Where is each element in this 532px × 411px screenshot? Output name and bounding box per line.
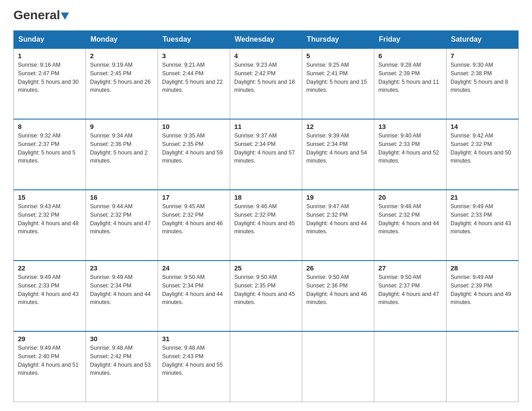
- calendar-cell: 5 Sunrise: 9:25 AM Sunset: 2:41 PM Dayli…: [302, 48, 374, 119]
- logo-triangle-icon: [61, 13, 69, 20]
- sunrise: Sunrise: 9:49 AM: [18, 345, 60, 351]
- week-row-3: 15 Sunrise: 9:43 AM Sunset: 2:32 PM Dayl…: [14, 190, 519, 261]
- calendar-cell: 15 Sunrise: 9:43 AM Sunset: 2:32 PM Dayl…: [14, 190, 86, 261]
- day-number: 12: [306, 123, 370, 130]
- sunset: Sunset: 2:34 PM: [162, 283, 203, 289]
- day-info: Sunrise: 9:45 AM Sunset: 2:32 PM Dayligh…: [162, 202, 226, 236]
- col-header-tuesday: Tuesday: [158, 31, 230, 49]
- sunrise: Sunrise: 9:30 AM: [450, 62, 493, 68]
- daylight: Daylight: 4 hours and 54 minutes.: [306, 150, 367, 164]
- calendar-cell: 3 Sunrise: 9:21 AM Sunset: 2:44 PM Dayli…: [158, 48, 230, 119]
- daylight: Daylight: 4 hours and 47 minutes.: [378, 291, 439, 306]
- day-number: 2: [90, 52, 154, 60]
- daylight: Daylight: 4 hours and 52 minutes.: [378, 150, 439, 164]
- calendar-cell: 8 Sunrise: 9:32 AM Sunset: 2:37 PM Dayli…: [14, 119, 86, 190]
- sunset: Sunset: 2:32 PM: [378, 212, 420, 218]
- day-number: 10: [162, 123, 226, 130]
- sunrise: Sunrise: 9:37 AM: [234, 133, 277, 139]
- calendar-cell: [446, 331, 519, 402]
- daylight: Daylight: 4 hours and 57 minutes.: [234, 150, 295, 164]
- day-info: Sunrise: 9:50 AM Sunset: 2:36 PM Dayligh…: [306, 273, 370, 307]
- calendar-cell: 1 Sunrise: 9:16 AM Sunset: 2:47 PM Dayli…: [14, 48, 86, 119]
- daylight: Daylight: 5 hours and 22 minutes.: [162, 79, 223, 94]
- sunset: Sunset: 2:47 PM: [18, 70, 59, 77]
- calendar-cell: 31 Sunrise: 9:48 AM Sunset: 2:43 PM Dayl…: [158, 331, 230, 402]
- sunrise: Sunrise: 9:39 AM: [306, 133, 349, 139]
- day-number: 5: [306, 52, 370, 60]
- day-number: 16: [90, 193, 154, 201]
- sunset: Sunset: 2:42 PM: [234, 70, 275, 77]
- week-row-2: 8 Sunrise: 9:32 AM Sunset: 2:37 PM Dayli…: [14, 119, 519, 190]
- sunset: Sunset: 2:36 PM: [306, 283, 348, 289]
- sunrise: Sunrise: 9:35 AM: [162, 133, 205, 139]
- day-info: Sunrise: 9:39 AM Sunset: 2:34 PM Dayligh…: [306, 132, 370, 165]
- daylight: Daylight: 4 hours and 46 minutes.: [162, 220, 223, 235]
- day-number: 23: [90, 264, 154, 272]
- day-info: Sunrise: 9:50 AM Sunset: 2:37 PM Dayligh…: [378, 273, 442, 307]
- col-header-thursday: Thursday: [302, 31, 374, 49]
- sunset: Sunset: 2:35 PM: [162, 141, 203, 147]
- calendar-cell: [302, 331, 374, 402]
- sunrise: Sunrise: 9:50 AM: [306, 274, 349, 280]
- sunrise: Sunrise: 9:25 AM: [306, 62, 349, 68]
- sunrise: Sunrise: 9:19 AM: [90, 62, 133, 68]
- sunrise: Sunrise: 9:34 AM: [90, 133, 133, 139]
- sunset: Sunset: 2:35 PM: [234, 283, 275, 289]
- calendar-cell: [374, 331, 446, 402]
- day-info: Sunrise: 9:32 AM Sunset: 2:37 PM Dayligh…: [18, 132, 82, 165]
- day-info: Sunrise: 9:35 AM Sunset: 2:35 PM Dayligh…: [162, 132, 226, 165]
- sunrise: Sunrise: 9:21 AM: [162, 62, 205, 68]
- calendar-cell: 10 Sunrise: 9:35 AM Sunset: 2:35 PM Dayl…: [158, 119, 230, 190]
- sunset: Sunset: 2:36 PM: [90, 141, 131, 147]
- logo: General: [13, 9, 69, 22]
- day-number: 27: [378, 264, 442, 272]
- day-info: Sunrise: 9:34 AM Sunset: 2:36 PM Dayligh…: [90, 132, 154, 165]
- daylight: Daylight: 5 hours and 18 minutes.: [234, 79, 295, 94]
- sunset: Sunset: 2:37 PM: [378, 283, 420, 289]
- sunset: Sunset: 2:32 PM: [18, 212, 59, 218]
- daylight: Daylight: 4 hours and 44 minutes.: [378, 220, 439, 235]
- col-header-saturday: Saturday: [446, 31, 519, 49]
- day-info: Sunrise: 9:50 AM Sunset: 2:35 PM Dayligh…: [234, 273, 298, 307]
- day-number: 25: [234, 264, 298, 272]
- sunset: Sunset: 2:33 PM: [450, 212, 492, 218]
- day-number: 19: [306, 193, 370, 201]
- day-info: Sunrise: 9:49 AM Sunset: 2:33 PM Dayligh…: [450, 202, 514, 236]
- daylight: Daylight: 4 hours and 43 minutes.: [18, 291, 79, 306]
- calendar-cell: 20 Sunrise: 9:48 AM Sunset: 2:32 PM Dayl…: [374, 190, 446, 261]
- sunrise: Sunrise: 9:48 AM: [90, 345, 133, 351]
- calendar-cell: 24 Sunrise: 9:50 AM Sunset: 2:34 PM Dayl…: [158, 261, 230, 331]
- daylight: Daylight: 4 hours and 55 minutes.: [162, 362, 223, 377]
- sunset: Sunset: 2:44 PM: [162, 70, 203, 77]
- day-info: Sunrise: 9:49 AM Sunset: 2:34 PM Dayligh…: [90, 273, 154, 307]
- day-info: Sunrise: 9:21 AM Sunset: 2:44 PM Dayligh…: [162, 61, 226, 94]
- col-header-friday: Friday: [374, 31, 446, 49]
- sunrise: Sunrise: 9:49 AM: [18, 274, 60, 280]
- week-row-5: 29 Sunrise: 9:49 AM Sunset: 2:40 PM Dayl…: [14, 331, 519, 402]
- sunset: Sunset: 2:34 PM: [90, 283, 131, 289]
- day-number: 11: [234, 123, 298, 130]
- sunset: Sunset: 2:32 PM: [450, 141, 492, 147]
- day-number: 8: [18, 123, 82, 130]
- daylight: Daylight: 5 hours and 11 minutes.: [378, 79, 439, 94]
- sunrise: Sunrise: 9:49 AM: [450, 274, 493, 280]
- sunrise: Sunrise: 9:28 AM: [378, 62, 421, 68]
- daylight: Daylight: 4 hours and 47 minutes.: [90, 220, 151, 235]
- calendar-cell: 25 Sunrise: 9:50 AM Sunset: 2:35 PM Dayl…: [230, 261, 302, 331]
- day-number: 13: [378, 123, 442, 130]
- week-row-4: 22 Sunrise: 9:49 AM Sunset: 2:33 PM Dayl…: [14, 261, 519, 331]
- daylight: Daylight: 4 hours and 50 minutes.: [450, 150, 511, 164]
- calendar-cell: 11 Sunrise: 9:37 AM Sunset: 2:34 PM Dayl…: [230, 119, 302, 190]
- calendar-cell: 16 Sunrise: 9:44 AM Sunset: 2:32 PM Dayl…: [86, 190, 158, 261]
- day-info: Sunrise: 9:30 AM Sunset: 2:38 PM Dayligh…: [450, 61, 514, 94]
- calendar-cell: 17 Sunrise: 9:45 AM Sunset: 2:32 PM Dayl…: [158, 190, 230, 261]
- day-number: 15: [18, 193, 82, 201]
- sunrise: Sunrise: 9:49 AM: [450, 203, 493, 210]
- day-number: 7: [450, 52, 514, 60]
- daylight: Daylight: 5 hours and 30 minutes.: [18, 79, 79, 94]
- sunset: Sunset: 2:33 PM: [378, 141, 420, 147]
- sunrise: Sunrise: 9:50 AM: [378, 274, 421, 280]
- day-number: 14: [450, 123, 514, 130]
- calendar-cell: 21 Sunrise: 9:49 AM Sunset: 2:33 PM Dayl…: [446, 190, 519, 261]
- day-number: 26: [306, 264, 370, 272]
